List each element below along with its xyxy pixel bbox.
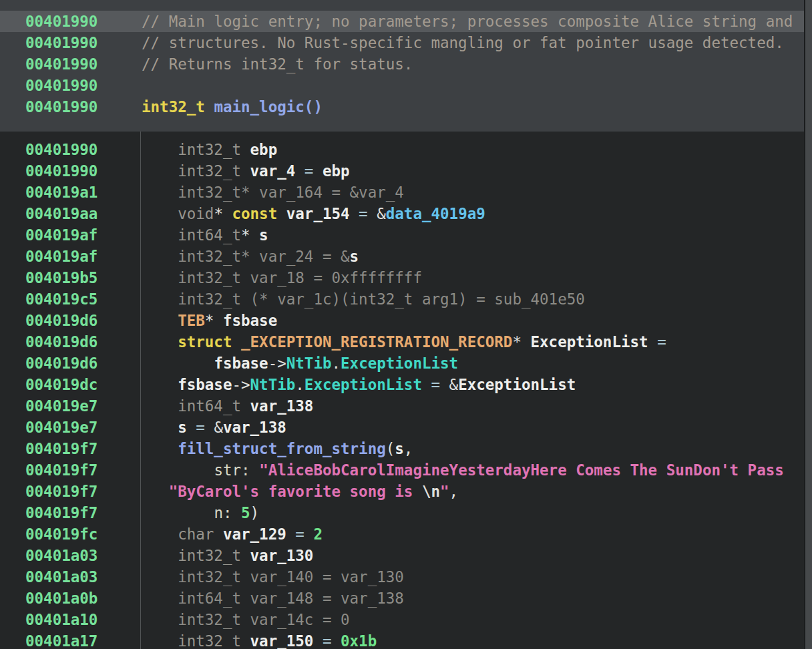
token-var[interactable]: ExceptionList — [458, 376, 576, 393]
code-line[interactable]: 00401a03int32_t var_140 = var_130 — [0, 566, 812, 588]
code-line[interactable]: 00401990int32_t var_4 = ebp — [0, 160, 812, 182]
token-def[interactable] — [241, 547, 250, 564]
token-typ[interactable]: int64_t — [178, 397, 241, 415]
token-typ[interactable]: int32_t — [178, 162, 241, 180]
token-var[interactable]: var_129 — [223, 525, 286, 543]
token-var[interactable]: fsbase — [178, 376, 232, 393]
code-line[interactable]: 00401a17int32_t var_150 = 0x1b — [0, 630, 812, 649]
line-address[interactable]: 00401990 — [25, 53, 97, 75]
token-var[interactable]: var_138 — [223, 419, 286, 436]
token-dim[interactable]: int32_t var_140 = var_130 — [178, 568, 404, 586]
line-address[interactable]: 004019aa — [25, 203, 97, 224]
token-var[interactable]: var_4 — [250, 162, 296, 180]
token-dim[interactable]: int32_t var_14c = 0 — [178, 611, 349, 628]
line-address[interactable]: 00401990 — [25, 160, 97, 182]
token-str[interactable]: "AliceBobCarolImagineYesterdayHere Comes… — [259, 461, 784, 479]
token-def[interactable]: ) — [250, 504, 260, 521]
token-str[interactable]: " — [440, 483, 449, 500]
code-line[interactable]: 004019fcchar var_129 = 2 — [0, 523, 812, 545]
token-otyp[interactable]: _EXCEPTION_REGISTRATION_RECORD — [241, 333, 512, 351]
line-address[interactable]: 004019f7 — [25, 459, 97, 481]
token-def[interactable]: & — [449, 376, 459, 393]
token-var[interactable]: var_130 — [250, 547, 314, 564]
code-line[interactable]: 004019f7fill_struct_from_string(s, — [0, 438, 812, 459]
token-var[interactable]: s — [259, 226, 268, 244]
token-dim[interactable]: int32_t* var_164 = &var_4 — [178, 184, 404, 201]
token-def[interactable] — [277, 205, 286, 222]
code-line[interactable]: 004019afint32_t* var_24 = &s — [0, 246, 812, 267]
token-var[interactable]: var_150 — [250, 632, 314, 649]
token-var[interactable]: fsbase — [214, 355, 268, 372]
token-def[interactable]: . — [295, 376, 304, 393]
code-line[interactable]: 004019afint64_t* s — [0, 224, 812, 246]
token-kw[interactable]: struct — [178, 333, 232, 351]
token-var[interactable]: fsbase — [223, 312, 277, 329]
line-address[interactable]: 004019e7 — [25, 417, 97, 438]
line-address[interactable]: 00401a03 — [25, 566, 97, 588]
line-address[interactable]: 00401a0b — [25, 588, 97, 609]
token-def[interactable]: * — [214, 205, 232, 222]
line-address[interactable]: 00401990 — [25, 96, 97, 118]
token-num[interactable]: 2 — [313, 525, 323, 543]
token-def[interactable]: -> — [232, 376, 250, 393]
header-line[interactable]: 00401990 — [0, 75, 812, 96]
token-typ[interactable]: int32_t — [178, 547, 241, 564]
token-eq[interactable]: = — [286, 525, 314, 543]
token-otyp[interactable]: TEB — [178, 312, 205, 329]
token-fld[interactable]: ExceptionList — [304, 376, 422, 393]
line-address[interactable]: 00401990 — [25, 139, 97, 160]
token-def[interactable] — [214, 525, 223, 543]
token-fn[interactable]: main_logic() — [214, 98, 323, 116]
line-address[interactable]: 004019f7 — [25, 481, 97, 502]
token-plbl[interactable]: str: — [214, 461, 259, 479]
line-address[interactable]: 004019f7 — [25, 438, 97, 459]
header-line[interactable]: 00401990// Returns int32_t for status. — [0, 53, 812, 75]
scrollbar-track[interactable] — [804, 0, 812, 649]
line-address[interactable]: 004019d6 — [25, 310, 97, 331]
token-com[interactable]: // structures. No Rust-specific mangling… — [142, 34, 784, 51]
token-typ[interactable]: int32_t — [178, 141, 241, 158]
line-address[interactable]: 00401990 — [25, 11, 97, 32]
token-str[interactable]: "ByCarol's favorite song is — [169, 483, 422, 500]
token-dim[interactable]: int32_t (* var_1c)(int32_t arg1) = sub_4… — [178, 290, 585, 308]
token-def[interactable]: -> — [268, 355, 286, 372]
header-line[interactable]: 00401990// structures. No Rust-specific … — [0, 32, 812, 53]
token-eq[interactable]: = — [350, 205, 377, 222]
line-address[interactable]: 004019af — [25, 246, 97, 267]
token-fld[interactable]: ExceptionList — [341, 355, 458, 372]
token-def[interactable]: * — [205, 312, 223, 329]
line-address[interactable]: 004019a1 — [25, 182, 97, 203]
token-plbl[interactable]: n: — [214, 504, 241, 521]
code-line[interactable]: 004019a1int32_t* var_164 = &var_4 — [0, 182, 812, 203]
token-def[interactable]: * — [241, 226, 259, 244]
token-def[interactable]: , — [449, 483, 459, 500]
code-line[interactable]: 004019f7str: "AliceBobCarolImagineYester… — [0, 459, 812, 481]
code-line[interactable]: 004019b5int32_t var_18 = 0xffffffff — [0, 267, 812, 288]
code-line[interactable]: 004019f7"ByCarol's favorite song is \n", — [0, 481, 812, 502]
line-address[interactable]: 004019d6 — [25, 331, 97, 353]
code-line[interactable]: 00401a10int32_t var_14c = 0 — [0, 609, 812, 630]
token-fld[interactable]: NtTib — [250, 376, 296, 393]
code-line[interactable]: 00401990int32_t ebp — [0, 139, 812, 160]
token-typ[interactable]: int64_t — [178, 226, 241, 244]
token-fn[interactable]: fill_struct_from_string — [178, 440, 386, 457]
line-address[interactable]: 00401990 — [25, 32, 97, 53]
token-data[interactable]: data_4019a9 — [386, 205, 485, 222]
token-eq[interactable]: = — [648, 333, 666, 351]
line-address[interactable]: 004019b5 — [25, 267, 97, 288]
token-def[interactable] — [241, 141, 250, 158]
token-dim[interactable]: int64_t var_148 = var_138 — [178, 590, 404, 607]
line-address[interactable]: 004019f7 — [25, 502, 97, 523]
line-address[interactable]: 00401a10 — [25, 609, 97, 630]
token-def[interactable] — [205, 98, 214, 116]
code-line[interactable]: 004019dcfsbase->NtTib.ExceptionList = &E… — [0, 374, 812, 395]
token-eq[interactable]: = — [422, 376, 449, 393]
token-typ[interactable]: void — [178, 205, 214, 222]
token-dim[interactable]: int32_t* var_24 = & — [178, 248, 349, 265]
line-address[interactable]: 00401a03 — [25, 545, 97, 566]
token-var[interactable]: var_138 — [250, 397, 314, 415]
token-eq[interactable]: = — [187, 419, 214, 436]
token-num[interactable]: 5 — [241, 504, 250, 521]
header-line[interactable]: 00401990// Main logic entry; no paramete… — [0, 11, 812, 32]
token-var[interactable]: ExceptionList — [531, 333, 648, 351]
